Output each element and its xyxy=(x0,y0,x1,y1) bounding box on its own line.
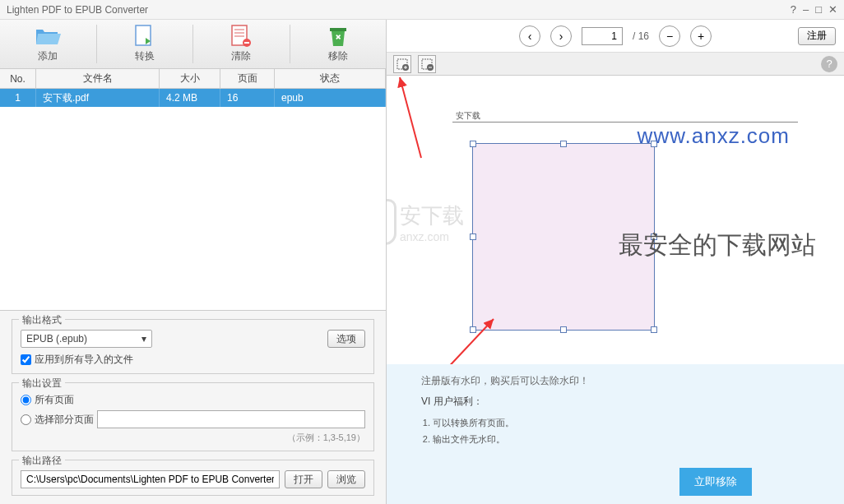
handle-w[interactable] xyxy=(470,234,476,240)
preview-area[interactable]: 安下载 www.anxz.com 最安全的下载网站 ↓ 安下载 anxz.com xyxy=(387,76,844,504)
svg-line-11 xyxy=(400,77,421,158)
promo-title: 注册版有水印，购买后可以去除水印！ xyxy=(421,374,809,388)
partial-pages-label: 选择部分页面 xyxy=(35,413,94,427)
add-label: 添加 xyxy=(38,49,58,63)
doc-divider xyxy=(452,122,798,123)
output-path-input[interactable] xyxy=(21,470,280,488)
file-list[interactable]: 1 安下载.pdf 4.2 MB 16 epub xyxy=(0,89,386,310)
left-panel: 添加 转换 清除 移除 No. 文 xyxy=(0,20,387,504)
watermark-logo: ↓ 安下载 anxz.com xyxy=(387,199,464,245)
format-value: EPUB (.epub) xyxy=(26,333,87,344)
clear-button[interactable]: 清除 xyxy=(193,25,290,63)
register-button[interactable]: 注册 xyxy=(798,27,836,45)
crop-remove-icon[interactable] xyxy=(418,55,436,73)
handle-n[interactable] xyxy=(560,141,567,147)
output-path-fieldset: 输出路径 打开 浏览 xyxy=(12,460,374,496)
next-page-button[interactable]: › xyxy=(550,25,572,47)
crop-toolbar: ? xyxy=(387,53,844,76)
table-header: No. 文件名 大小 页面 状态 xyxy=(0,69,386,89)
main-toolbar: 添加 转换 清除 移除 xyxy=(0,20,386,69)
format-legend: 输出格式 xyxy=(19,313,65,327)
document-clear-icon xyxy=(228,25,254,48)
right-panel: ‹ › / 16 − + 注册 ? 安下载 xyxy=(387,20,844,504)
all-pages-label: 所有页面 xyxy=(35,393,74,407)
clear-label: 清除 xyxy=(231,49,251,63)
page-total: / 16 xyxy=(633,30,649,42)
svg-rect-6 xyxy=(330,28,346,31)
partial-pages-radio[interactable] xyxy=(21,414,31,425)
cell-name: 安下载.pdf xyxy=(36,89,160,107)
page-number-input[interactable] xyxy=(582,27,623,45)
remove-button[interactable]: 移除 xyxy=(290,25,387,63)
browse-button[interactable]: 浏览 xyxy=(327,470,365,488)
all-pages-radio[interactable] xyxy=(21,395,31,405)
handle-sw[interactable] xyxy=(470,326,476,333)
preview-toolbar: ‹ › / 16 − + 注册 xyxy=(387,20,844,53)
folder-open-icon xyxy=(35,25,61,48)
page-hint: （示例：1,3-5,19） xyxy=(21,432,365,444)
logo-text: 安下载 xyxy=(400,201,464,230)
cell-size: 4.2 MB xyxy=(160,89,220,107)
window-controls: ? – □ ✕ xyxy=(791,3,837,16)
close-icon[interactable]: ✕ xyxy=(828,3,837,16)
remove-label: 移除 xyxy=(328,49,348,63)
promo-band: 注册版有水印，购买后可以去除水印！ VI 用户福利： 可以转换所有页面。 输出文… xyxy=(387,364,844,504)
page-range-input[interactable] xyxy=(97,410,365,428)
col-name[interactable]: 文件名 xyxy=(36,69,160,88)
prev-page-button[interactable]: ‹ xyxy=(519,25,540,47)
col-page[interactable]: 页面 xyxy=(220,69,275,88)
doc-header: 安下载 xyxy=(456,110,480,122)
zoom-in-button[interactable]: + xyxy=(690,25,712,47)
promo-sub: VI 用户福利： xyxy=(421,395,809,409)
output-legend: 输出设置 xyxy=(19,377,65,391)
add-button[interactable]: 添加 xyxy=(0,25,97,63)
chevron-down-icon: ▾ xyxy=(141,333,146,344)
convert-button[interactable]: 转换 xyxy=(97,25,194,63)
promo-item-1: 可以转换所有页面。 xyxy=(433,415,809,432)
logo-sub: anxz.com xyxy=(400,230,464,243)
handle-nw[interactable] xyxy=(470,141,476,147)
format-select[interactable]: EPUB (.epub) ▾ xyxy=(21,330,152,348)
maximize-icon[interactable]: □ xyxy=(815,3,822,16)
trash-icon xyxy=(325,25,351,48)
promo-item-2: 输出文件无水印。 xyxy=(433,432,809,448)
handle-se[interactable] xyxy=(651,326,657,333)
col-size[interactable]: 大小 xyxy=(160,69,220,88)
output-format-fieldset: 输出格式 EPUB (.epub) ▾ 选项 应用到所有导入的文件 xyxy=(12,319,374,374)
cell-page: 16 xyxy=(220,89,275,107)
remove-watermark-button[interactable]: 立即移除 xyxy=(679,468,752,496)
promo-list: 可以转换所有页面。 输出文件无水印。 xyxy=(433,415,809,448)
shield-icon: ↓ xyxy=(387,199,396,245)
convert-label: 转换 xyxy=(135,49,155,63)
cell-no: 1 xyxy=(0,89,36,107)
settings-panel: 输出格式 EPUB (.epub) ▾ 选项 应用到所有导入的文件 输出设置 xyxy=(0,310,386,504)
titlebar: Lighten PDF to EPUB Converter ? – □ ✕ xyxy=(0,0,844,20)
col-no[interactable]: No. xyxy=(0,69,36,88)
minimize-icon[interactable]: – xyxy=(803,3,809,16)
path-legend: 输出路径 xyxy=(19,454,65,468)
watermark-url: www.anxz.com xyxy=(638,123,790,149)
crop-add-icon[interactable] xyxy=(393,55,411,73)
watermark-text: 最安全的下载网站 xyxy=(619,229,816,262)
app-title: Lighten PDF to EPUB Converter xyxy=(7,4,791,16)
open-button[interactable]: 打开 xyxy=(285,470,322,488)
annotation-arrow-1 xyxy=(387,76,426,166)
document-convert-icon xyxy=(132,25,158,48)
cell-status: epub xyxy=(275,89,386,107)
apply-all-checkbox[interactable] xyxy=(21,354,31,365)
help-icon[interactable]: ? xyxy=(821,56,837,72)
table-row[interactable]: 1 安下载.pdf 4.2 MB 16 epub xyxy=(0,89,386,107)
options-button[interactable]: 选项 xyxy=(327,330,365,348)
output-settings-fieldset: 输出设置 所有页面 选择部分页面 （示例：1,3-5,19） xyxy=(12,382,374,451)
help-icon[interactable]: ? xyxy=(791,3,796,16)
col-status[interactable]: 状态 xyxy=(275,69,386,88)
zoom-out-button[interactable]: − xyxy=(659,25,680,47)
apply-all-label: 应用到所有导入的文件 xyxy=(35,353,133,367)
handle-s[interactable] xyxy=(560,326,567,333)
